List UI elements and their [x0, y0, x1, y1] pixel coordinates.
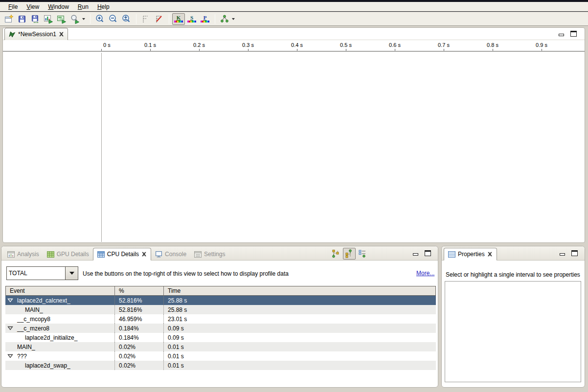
ruler-tick — [542, 49, 542, 51]
run-analysis-button[interactable] — [55, 13, 68, 25]
tab-cpu-details[interactable]: CPU Details — [93, 248, 151, 261]
column-header-time[interactable]: Time — [164, 286, 435, 295]
save-icon — [18, 15, 26, 23]
tab-gpu-details[interactable]: GPU Details — [43, 248, 93, 261]
save-button[interactable] — [16, 13, 28, 25]
flag-dashed-icon — [141, 15, 150, 23]
zoom-out-icon — [108, 14, 118, 24]
menu-file[interactable]: File — [4, 2, 22, 11]
event-label: laplace2d_calcnext_ — [17, 297, 70, 304]
cell-time: 0.01 s — [163, 342, 436, 351]
maximize-icon[interactable] — [571, 250, 578, 256]
tab-label: Analysis — [17, 251, 39, 258]
close-icon[interactable] — [487, 252, 493, 257]
close-icon[interactable] — [141, 252, 147, 257]
cell-time: 23.01 s — [163, 314, 436, 324]
zoom-fit-icon — [121, 14, 131, 24]
combobox-arrow-button[interactable] — [65, 267, 78, 280]
profile-scope-combobox[interactable]: TOTAL — [6, 266, 78, 280]
more-link[interactable]: More... — [416, 270, 434, 277]
flag-red-icon — [155, 15, 163, 23]
view-mode-toolbar — [330, 248, 369, 260]
color-streams-toggle[interactable]: S — [185, 13, 198, 25]
cell-event: __c_mcopy8 — [5, 314, 114, 324]
column-header-event[interactable]: Event — [6, 286, 115, 295]
table-row[interactable]: __c_mzero80.184%0.09 s — [5, 324, 436, 333]
expander-icon[interactable] — [7, 326, 13, 330]
save-as-icon — [31, 15, 40, 23]
table-row[interactable]: MAIN_0.02%0.01 s — [5, 342, 436, 351]
generate-timeline-button[interactable] — [42, 13, 55, 25]
minimize-icon[interactable] — [413, 253, 418, 256]
ruler-label: 0.2 s — [180, 42, 219, 48]
minimize-icon[interactable] — [560, 253, 565, 256]
zoom-in-button[interactable] — [93, 13, 106, 25]
timeline-editor-panel: *NewSession1 0 s0.1 s0.2 s0.3 s0.4 s0.5 … — [2, 27, 585, 243]
ruler-tick — [150, 49, 151, 51]
kernel-rainbow-icon — [174, 21, 183, 22]
cpu-details-content: TOTAL Use the buttons on the top-right o… — [1, 261, 438, 387]
menu-run[interactable]: Run — [73, 2, 93, 11]
ruler-label: 0.1 s — [131, 42, 170, 48]
cell-percent: 52.816% — [114, 305, 163, 314]
cpu-details-icon — [97, 251, 105, 258]
profile-zoom-button[interactable] — [68, 13, 81, 25]
session-tab-label: *NewSession1 — [18, 31, 56, 38]
callers-view-button[interactable] — [343, 248, 356, 260]
tab-console[interactable]: Console — [151, 248, 190, 261]
timeline-ruler[interactable]: 0 s0.1 s0.2 s0.3 s0.4 s0.5 s0.6 s0.7 s0.… — [3, 40, 585, 52]
profile-zoom-dropdown-caret[interactable] — [82, 18, 85, 20]
properties-tab-strip: Properties — [442, 246, 585, 261]
cpu-details-panel: AnalysisGPU DetailsCPU DetailsConsoleSet… — [1, 246, 438, 388]
settings-icon — [194, 251, 202, 258]
table-row[interactable]: laplace2d_calcnext_52.816%25.88 s — [5, 296, 436, 305]
callees-view-button[interactable] — [330, 248, 342, 260]
tab-label: Settings — [204, 251, 225, 258]
table-row[interactable]: laplace2d_swap_0.02%0.01 s — [5, 361, 436, 370]
color-processes-toggle[interactable]: P — [199, 13, 211, 25]
cell-time: 0.09 s — [163, 324, 436, 333]
menu-window[interactable]: Window — [44, 2, 73, 11]
save-as-button[interactable] — [29, 13, 42, 25]
session-tab[interactable]: *NewSession1 — [4, 28, 68, 40]
cpu-table-header: Event%Time — [5, 286, 436, 296]
close-icon[interactable] — [59, 32, 64, 37]
properties-empty-box — [445, 281, 581, 382]
menu-help[interactable]: Help — [93, 2, 114, 11]
zoom-out-button[interactable] — [107, 13, 119, 25]
mark-range-button[interactable] — [139, 13, 152, 25]
table-row[interactable]: laplace2d_initialize_0.184%0.09 s — [5, 333, 436, 342]
tab-settings[interactable]: Settings — [190, 248, 229, 261]
zoom-reset-button[interactable] — [120, 13, 133, 25]
table-row[interactable]: __c_mcopy846.959%23.01 s — [5, 314, 436, 324]
table-row[interactable]: ???0.02%0.01 s — [5, 351, 436, 361]
ruler-label: 0.4 s — [277, 42, 317, 48]
tree-graph-icon — [220, 14, 229, 24]
minimize-icon[interactable] — [559, 34, 564, 36]
tab-properties[interactable]: Properties — [444, 248, 497, 261]
menu-view[interactable]: View — [22, 2, 44, 11]
cell-percent: 0.184% — [114, 324, 163, 333]
tab-label: GPU Details — [57, 251, 89, 258]
process-rainbow-icon — [201, 21, 209, 22]
table-row[interactable]: MAIN_52.816%25.88 s — [5, 305, 436, 314]
analysis-tree-dropdown-caret[interactable] — [232, 18, 235, 20]
chevron-down-icon — [69, 272, 74, 275]
expander-icon[interactable] — [7, 298, 13, 303]
maximize-icon[interactable] — [570, 31, 577, 37]
cell-event: MAIN_ — [5, 305, 114, 314]
timeline-name-column-divider[interactable] — [101, 53, 102, 242]
expander-icon[interactable] — [7, 354, 13, 358]
color-kernels-toggle[interactable]: K — [172, 13, 185, 25]
event-label: __c_mcopy8 — [17, 316, 50, 323]
tab-analysis[interactable]: Analysis — [3, 248, 43, 261]
flat-view-button[interactable] — [356, 248, 369, 260]
clear-marks-button[interactable] — [153, 13, 165, 25]
stream-letter: S — [190, 15, 193, 20]
properties-panel: Properties Select or highlight a single … — [441, 246, 585, 388]
column-header-pct[interactable]: % — [115, 286, 164, 295]
analysis-tree-button[interactable] — [218, 13, 231, 25]
maximize-icon[interactable] — [425, 250, 431, 256]
new-session-button[interactable] — [2, 13, 15, 25]
properties-icon — [448, 251, 455, 258]
